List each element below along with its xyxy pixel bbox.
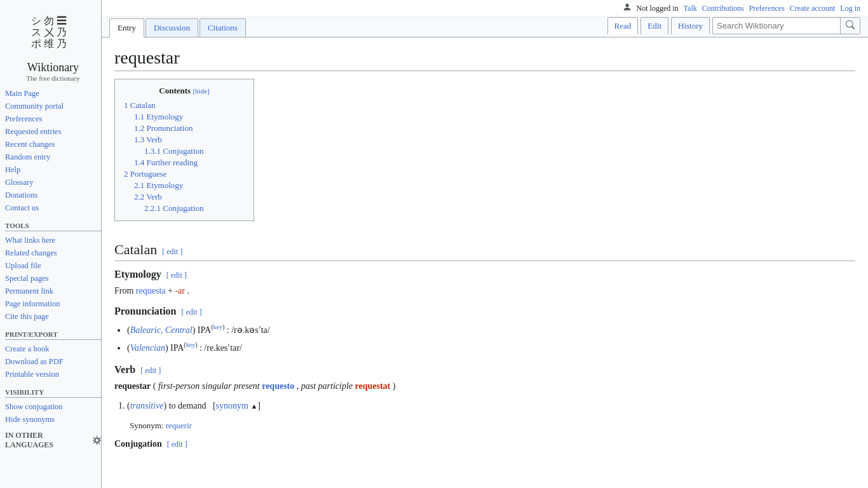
requestat-link[interactable]: requestat (355, 381, 391, 391)
page-title: requestar (114, 48, 855, 71)
requesta-link[interactable]: requesta (136, 286, 166, 295)
tab-history[interactable]: History (671, 17, 710, 34)
user-bar: Not logged in Talk Contributions Prefere… (102, 0, 868, 17)
sidebar-item-glossary[interactable]: Glossary (5, 176, 101, 189)
toc-item: 2.1 Etymology (124, 180, 245, 191)
sidebar-item-upload-file[interactable]: Upload file (5, 259, 101, 272)
search-box (712, 17, 860, 34)
toc-item: 2.2.1 Conjugation (124, 203, 245, 214)
ipa-key-link[interactable]: key (213, 323, 222, 330)
toc-item: 1.4 Further reading (124, 157, 245, 168)
sidebar-item-hide-synonyms[interactable]: Hide synonyms (5, 413, 101, 426)
pronunciation-entry: (Valencian) IPA(key) : /re.kesˈtar/ (127, 339, 855, 356)
valencian-link[interactable]: Valencian (130, 343, 165, 353)
verb-edit-link[interactable]: [ edit ] (140, 366, 161, 376)
user-icon (623, 3, 632, 14)
ar-link[interactable]: -ar (175, 286, 185, 295)
sidebar-tools: Tools What links here Related changes Up… (5, 219, 101, 323)
in-other-languages-label: In other languages (5, 431, 89, 450)
verb-word: requestar (114, 381, 151, 391)
requesto-link[interactable]: requesto (262, 381, 294, 391)
tab-entry[interactable]: Entry (109, 18, 144, 37)
search-button[interactable] (840, 18, 860, 34)
site-name: Wiktionary (5, 61, 101, 74)
site-tagline: The free dictionary (5, 74, 101, 82)
catalan-edit-link[interactable]: [ edit ] (162, 247, 182, 257)
sidebar-item-create-book[interactable]: Create a book (5, 342, 101, 355)
tools-heading: Tools (5, 219, 101, 231)
section-verb-catalan: Verb [ edit ] (114, 364, 855, 376)
toc-item: 1 Catalan (124, 100, 245, 111)
section-pronunciation: Pronunciation [ edit ] (114, 306, 855, 317)
search-icon (846, 20, 855, 29)
tab-edit[interactable]: Edit (641, 17, 668, 34)
sidebar-item-community-portal[interactable]: Community portal (5, 100, 101, 112)
gear-icon[interactable] (93, 436, 101, 445)
tab-read[interactable]: Read (607, 17, 639, 34)
nav-contributions[interactable]: Contributions (702, 4, 744, 13)
sidebar-item-permanent-link[interactable]: Permanent link (5, 285, 101, 297)
toc-item: 1.2 Pronunciation (124, 123, 245, 134)
sidebar-item-preferences[interactable]: Preferences (5, 112, 101, 125)
site-logo: シ 勿 ☰ ス 㐅 乃 ポ 维 乃 Wiktionary The free di… (5, 5, 101, 87)
definition-item: (transitive) to demand [synonym ▲] (127, 398, 855, 414)
sidebar-item-requested-entries[interactable]: Requested entries (5, 125, 101, 138)
sidebar-item-printable[interactable]: Printable version (5, 368, 101, 381)
conjugation-edit-link[interactable]: [ edit ] (167, 440, 187, 449)
pronunciation-entry: (Balearic, Central) IPA(key) : /rə.kəsˈt… (127, 321, 855, 339)
search-input[interactable] (713, 18, 840, 33)
sidebar-item-related-changes[interactable]: Related changes (5, 247, 101, 259)
nav-preferences[interactable]: Preferences (749, 4, 785, 13)
print-export-heading: Print/export (5, 328, 101, 340)
toc-title: Contents [hide] (124, 86, 245, 96)
requerir-link[interactable]: requerir (166, 421, 192, 430)
pronunciation-edit-link[interactable]: [ edit ] (182, 308, 202, 317)
synonym-link[interactable]: synonym (216, 401, 248, 410)
nav-create-account[interactable]: Create account (790, 4, 836, 13)
toc-item: 2 Portuguese (124, 168, 245, 180)
synonym-line: Synonym: requerir (130, 419, 855, 433)
toc-item: 1.1 Etymology (124, 111, 245, 123)
sidebar-item-page-info[interactable]: Page information (5, 297, 101, 310)
ipa-key-link2[interactable]: key (186, 341, 195, 348)
section-conjugation-catalan: Conjugation [ edit ] (114, 439, 855, 449)
toc-toggle[interactable]: [hide] (193, 87, 209, 95)
toc-item: 2.2 Verb (124, 191, 245, 203)
nav-talk[interactable]: Talk (684, 4, 697, 13)
sidebar-item-download-pdf[interactable]: Download as PDF (5, 355, 101, 368)
sidebar-in-other-languages: In other languages (5, 431, 101, 450)
tab-discussion[interactable]: Discussion (146, 18, 198, 37)
sidebar-item-help[interactable]: Help (5, 163, 101, 176)
sidebar-visibility: Visibility Show conjugation Hide synonym… (5, 386, 101, 426)
verb-content: requestar ( first-person singular presen… (114, 379, 855, 433)
sidebar-item-donations[interactable]: Donations (5, 189, 101, 201)
balearic-central-link[interactable]: Balearic, Central (130, 325, 193, 335)
sidebar-print-export: Print/export Create a book Download as P… (5, 328, 101, 381)
etymology-edit-link[interactable]: [ edit ] (166, 271, 187, 280)
table-of-contents: Contents [hide] 1 Catalan 1.1 Etymology … (114, 79, 254, 221)
nav-login[interactable]: Log in (840, 4, 860, 13)
sidebar-item-cite[interactable]: Cite this page (5, 310, 101, 323)
toc-item: 1.3.1 Conjugation (124, 146, 245, 157)
etymology-content: From requesta + -ar . (114, 284, 855, 298)
svg-text:ポ 维 乃: ポ 维 乃 (31, 38, 67, 49)
sidebar-item-main-page[interactable]: Main Page (5, 87, 101, 100)
tab-citations[interactable]: Citations (200, 18, 246, 37)
svg-text:ス 㐅 乃: ス 㐅 乃 (31, 27, 67, 37)
svg-text:シ 勿 ☰: シ 勿 ☰ (31, 15, 67, 26)
sidebar-item-random-entry[interactable]: Random entry (5, 151, 101, 163)
sidebar-item-show-conjugation[interactable]: Show conjugation (5, 400, 101, 413)
toc-item: 1.3 Verb (124, 134, 245, 146)
pronunciation-content: (Balearic, Central) IPA(key) : /rə.kəsˈt… (114, 321, 855, 356)
section-etymology-catalan: Etymology [ edit ] (114, 269, 855, 280)
not-logged-in: Not logged in (637, 4, 679, 13)
sidebar-item-contact[interactable]: Contact us (5, 201, 101, 214)
tabs-bar: Entry Discussion Citations Read Edit His… (102, 17, 868, 37)
visibility-heading: Visibility (5, 386, 101, 398)
transitive-link[interactable]: transitive (130, 401, 164, 410)
sidebar-navigation: Main Page Community portal Preferences R… (5, 87, 101, 214)
sidebar-item-what-links[interactable]: What links here (5, 234, 101, 247)
sidebar-item-recent-changes[interactable]: Recent changes (5, 138, 101, 151)
section-catalan: Catalan [ edit ] (114, 241, 855, 261)
sidebar-item-special-pages[interactable]: Special pages (5, 272, 101, 285)
